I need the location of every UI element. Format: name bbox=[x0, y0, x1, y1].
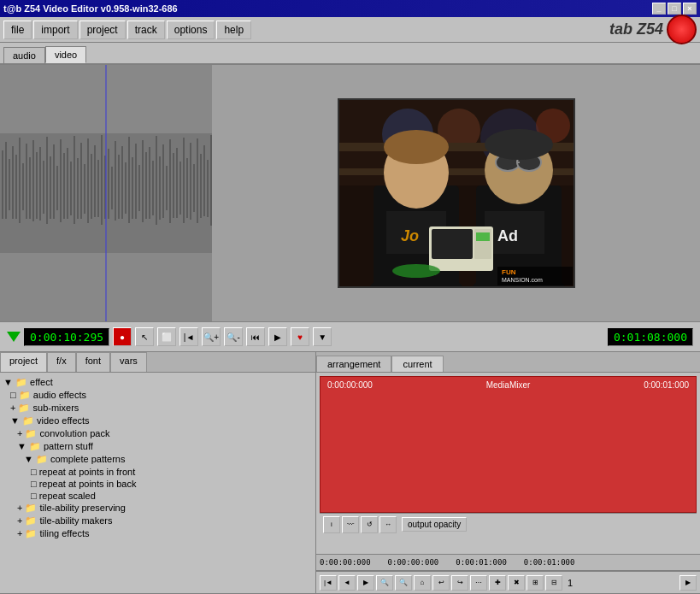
info-button[interactable]: i bbox=[323, 516, 340, 533]
maximize-button[interactable]: □ bbox=[668, 3, 681, 15]
scrubber-bar: 0:00:10:295 ● ↖ ⬜ |◄ 🔍+ 🔍- ⏮ ▶ ♥ ▼ 0:01:… bbox=[0, 321, 700, 352]
tree-tiling-effects[interactable]: + 📁 tiling effects bbox=[3, 527, 312, 540]
svg-rect-13 bbox=[36, 152, 38, 219]
title-text: t@b Z54 Video Editor v0.958-win32-686 bbox=[3, 3, 178, 14]
tab-fx[interactable]: f/x bbox=[47, 352, 76, 372]
svg-rect-3 bbox=[2, 150, 3, 219]
waveform-area: // This will be rendered as SVG content … bbox=[0, 65, 212, 321]
stop-button[interactable]: ⬜ bbox=[157, 327, 176, 346]
tree-pattern-stuff[interactable]: ▼ 📁 pattern stuff bbox=[3, 440, 312, 453]
output-opacity-button[interactable]: output opacity bbox=[402, 517, 467, 532]
tl-zoom-out[interactable]: 🔍 bbox=[395, 575, 412, 591]
tree-label: tile-ability preserving bbox=[40, 503, 126, 513]
menu-track[interactable]: track bbox=[127, 21, 165, 39]
svg-rect-27 bbox=[84, 164, 85, 214]
tree-convolution[interactable]: + 📁 convolution pack bbox=[3, 427, 312, 440]
media-name: MediaMixer bbox=[486, 380, 531, 390]
tl-scroll-right[interactable]: ▶ bbox=[679, 575, 697, 591]
tree-label: convolution pack bbox=[40, 428, 110, 438]
tree-audio-effects[interactable]: □ 📁 audio effects bbox=[3, 389, 312, 402]
tree-repeat-back[interactable]: □ repeat at points in back bbox=[3, 478, 312, 490]
tl-btn8[interactable]: ⋯ bbox=[470, 575, 487, 591]
zoom-out-button[interactable]: 🔍- bbox=[224, 327, 243, 346]
tree-expand-icon: + 📁 bbox=[17, 528, 40, 538]
tree-tile-preserving[interactable]: + 📁 tile-ability preserving bbox=[3, 502, 312, 515]
zoom-in-button[interactable]: 🔍+ bbox=[202, 327, 221, 346]
tl-btn12[interactable]: ⊟ bbox=[545, 575, 562, 591]
menu-file[interactable]: file bbox=[3, 21, 32, 39]
svg-rect-14 bbox=[39, 147, 41, 221]
tab-arrangement[interactable]: arrangement bbox=[316, 356, 391, 372]
heart-button[interactable]: ♥ bbox=[291, 327, 309, 346]
tree-effect[interactable]: ▼ 📁 effect bbox=[3, 376, 312, 389]
svg-point-86 bbox=[485, 129, 553, 160]
menu-options[interactable]: options bbox=[167, 21, 215, 39]
tree-tile-makers[interactable]: + 📁 tile-ability makers bbox=[3, 515, 312, 527]
tl-btn10[interactable]: ✖ bbox=[508, 575, 525, 591]
record-button[interactable]: ● bbox=[113, 327, 132, 346]
tree-complete-patterns[interactable]: ▼ 📁 complete patterns bbox=[3, 453, 312, 466]
tree-label: video effects bbox=[37, 415, 90, 426]
tl-prev-frame[interactable]: ◄ bbox=[338, 575, 356, 591]
waveform-button[interactable]: 〰 bbox=[342, 516, 359, 533]
minimize-button[interactable]: _ bbox=[652, 3, 666, 15]
tab-font[interactable]: font bbox=[76, 352, 110, 372]
tl-skip-start[interactable]: |◄ bbox=[320, 575, 337, 591]
skip-back-button[interactable]: ⏮ bbox=[246, 327, 265, 346]
svg-rect-15 bbox=[43, 161, 44, 214]
tl-loop[interactable]: ↩ bbox=[432, 575, 450, 591]
tl-mark[interactable]: ⌂ bbox=[414, 575, 431, 591]
svg-rect-48 bbox=[156, 136, 157, 225]
top-tab-bar: audio video bbox=[0, 43, 700, 65]
menu-help[interactable]: help bbox=[216, 21, 251, 39]
tree-expand-icon: + 📁 bbox=[10, 403, 33, 413]
tab-current[interactable]: current bbox=[391, 356, 443, 372]
tl-btn11[interactable]: ⊞ bbox=[526, 575, 544, 591]
svg-rect-5 bbox=[9, 159, 10, 210]
svg-rect-8 bbox=[19, 138, 21, 223]
menu-project[interactable]: project bbox=[79, 21, 126, 39]
svg-rect-38 bbox=[121, 146, 123, 219]
play-button[interactable]: ▶ bbox=[268, 327, 287, 346]
cursor-button[interactable]: ↖ bbox=[135, 327, 154, 346]
tree-view: ▼ 📁 effect □ 📁 audio effects + 📁 sub-mix… bbox=[0, 373, 315, 593]
ruler-mark-4: 0:00:01:000 bbox=[524, 558, 575, 567]
tl-zoom-in[interactable]: 🔍 bbox=[376, 575, 393, 591]
tab-audio[interactable]: audio bbox=[3, 47, 45, 63]
menu-import[interactable]: import bbox=[33, 21, 77, 39]
media-block-header: 0:00:00:000 MediaMixer 0:00:01:000 bbox=[327, 380, 689, 390]
svg-rect-10 bbox=[26, 144, 27, 219]
svg-rect-43 bbox=[138, 165, 140, 211]
svg-text:MANSION.com: MANSION.com bbox=[502, 277, 543, 283]
svg-rect-40 bbox=[128, 137, 130, 223]
svg-rect-53 bbox=[173, 153, 174, 218]
loop-button[interactable]: ↺ bbox=[361, 516, 378, 533]
svg-rect-4 bbox=[5, 142, 7, 219]
tree-video-effects[interactable]: ▼ 📁 video effects bbox=[3, 415, 312, 427]
menu-bar: file import project track options help t… bbox=[0, 17, 700, 43]
tree-repeat-front[interactable]: □ repeat at points in front bbox=[3, 466, 312, 478]
tree-label: effect bbox=[30, 377, 53, 387]
tree-repeat-scaled[interactable]: □ repeat scaled bbox=[3, 490, 312, 502]
svg-rect-29 bbox=[91, 154, 92, 219]
svg-rect-54 bbox=[176, 148, 178, 218]
svg-rect-62 bbox=[203, 145, 205, 216]
tab-project[interactable]: project bbox=[0, 352, 47, 372]
tl-btn7[interactable]: ↪ bbox=[451, 575, 468, 591]
svg-rect-31 bbox=[97, 160, 99, 217]
tab-video[interactable]: video bbox=[45, 46, 86, 63]
tl-btn9[interactable]: ✚ bbox=[489, 575, 506, 591]
close-button[interactable]: × bbox=[683, 3, 697, 15]
mark-in-button[interactable]: |◄ bbox=[179, 327, 198, 346]
tree-sub-mixers[interactable]: + 📁 sub-mixers bbox=[3, 402, 312, 415]
svg-rect-6 bbox=[12, 146, 14, 219]
svg-rect-11 bbox=[29, 157, 31, 219]
timeline-ruler: 0:00:00:000 0:00:00:000 0:00:01:000 0:00… bbox=[316, 554, 700, 571]
bottom-section: project f/x font vars ▼ 📁 effect □ 📁 aud… bbox=[0, 352, 700, 593]
down-button[interactable]: ▼ bbox=[313, 327, 332, 346]
tree-label: tile-ability makers bbox=[40, 515, 113, 526]
expand-button[interactable]: ↔ bbox=[379, 516, 397, 533]
tl-play[interactable]: ▶ bbox=[357, 575, 374, 591]
tab-vars[interactable]: vars bbox=[110, 352, 147, 372]
title-bar-controls: _ □ × bbox=[652, 3, 697, 15]
